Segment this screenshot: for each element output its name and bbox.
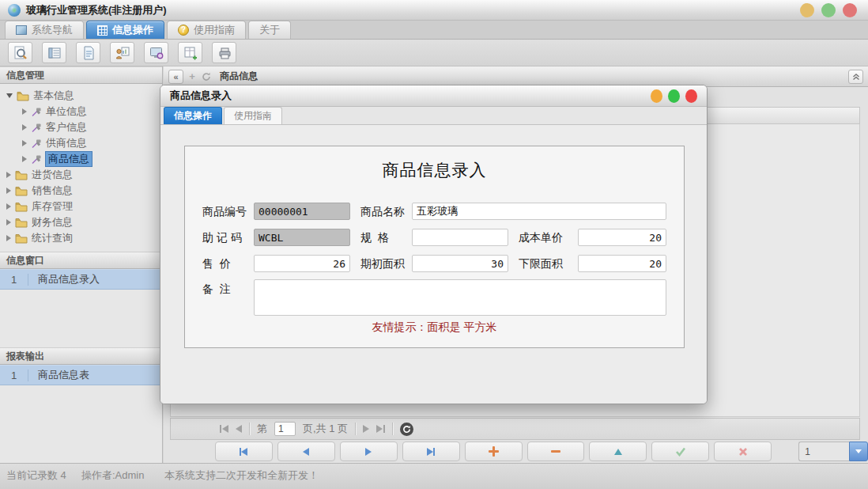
collapse-panel-button[interactable] <box>848 70 863 84</box>
folder-icon <box>15 218 28 228</box>
tree-label: 库存管理 <box>32 199 73 214</box>
page-number-input[interactable] <box>274 422 296 436</box>
monitor-search-icon <box>149 45 164 61</box>
printer-button[interactable] <box>212 42 236 63</box>
tree-label: 财务信息 <box>32 215 73 229</box>
minimize-button[interactable] <box>800 3 814 17</box>
initial-area-input[interactable] <box>412 255 508 272</box>
collapsed-arrow-icon[interactable] <box>6 188 11 194</box>
refresh-button[interactable] <box>400 423 413 436</box>
product-code-input[interactable] <box>254 203 350 220</box>
info-window-row[interactable]: 1 商品信息录入 <box>0 269 162 290</box>
tree-label: 供商信息 <box>46 136 87 150</box>
friendly-hint: 友情提示：面积是 平方米 <box>185 320 684 335</box>
row-index: 1 <box>0 370 28 381</box>
collapsed-arrow-icon[interactable] <box>6 172 11 178</box>
tree-label: 客户信息 <box>46 120 87 135</box>
dialog-maximize-button[interactable] <box>668 89 680 103</box>
dialog-minimize-button[interactable] <box>651 89 662 103</box>
collapsed-arrow-icon[interactable] <box>22 124 27 131</box>
monitor-search-button[interactable] <box>144 42 168 63</box>
collapsed-arrow-icon[interactable] <box>6 203 11 210</box>
document-button[interactable] <box>76 42 100 63</box>
collapsed-arrow-icon[interactable] <box>22 108 27 115</box>
search-button[interactable] <box>8 42 32 63</box>
table-add-icon <box>183 45 198 61</box>
min-area-input[interactable] <box>578 255 666 272</box>
tree-label: 进货信息 <box>32 168 73 182</box>
collapsed-arrow-icon[interactable] <box>22 140 27 146</box>
user-report-button[interactable] <box>110 42 134 63</box>
refresh-icon[interactable] <box>201 72 212 82</box>
table-add-button[interactable] <box>178 42 202 63</box>
record-delete-button[interactable] <box>527 442 585 461</box>
tree-item-purchase-info[interactable]: 进货信息 <box>0 167 162 183</box>
record-next-button[interactable] <box>340 442 398 461</box>
combobox-value: 1 <box>798 442 849 461</box>
sidebar-section-info-windows[interactable]: 信息窗口 <box>0 252 162 269</box>
remark-textarea[interactable] <box>254 279 666 316</box>
add-tab-icon[interactable]: + <box>187 70 198 82</box>
mnemonic-input[interactable] <box>254 229 350 246</box>
user-report-icon <box>115 45 130 61</box>
last-page-button[interactable] <box>376 425 385 433</box>
section-title: 报表输出 <box>6 350 44 363</box>
record-edit-button[interactable] <box>589 442 647 461</box>
tree-item-sales-info[interactable]: 销售信息 <box>0 183 162 199</box>
window-titlebar: 玻璃行业管理系统(非注册用户) <box>0 0 868 21</box>
product-name-input[interactable] <box>412 203 666 220</box>
next-page-button[interactable] <box>363 425 369 433</box>
tree-item-statistics[interactable]: 统计查询 <box>0 230 162 246</box>
folder-icon <box>15 233 28 244</box>
tab-label: 信息操作 <box>112 23 153 37</box>
report-row[interactable]: 1 商品信息表 <box>0 365 162 385</box>
system-nav-icon <box>16 25 27 35</box>
collapse-sidebar-button[interactable]: « <box>168 70 183 84</box>
tree-item-unit-info[interactable]: 单位信息 <box>0 104 162 119</box>
tab-about[interactable]: 关于 <box>248 21 291 39</box>
tree-item-product-info[interactable]: 商品信息 <box>0 151 162 167</box>
dialog-tab-user-guide[interactable]: 使用指南 <box>224 107 282 124</box>
tab-system-nav[interactable]: 系统导航 <box>5 21 84 39</box>
list-view-button[interactable] <box>42 42 66 63</box>
record-prev-button[interactable] <box>277 442 335 461</box>
tree-label: 销售信息 <box>32 184 73 198</box>
record-add-button[interactable] <box>465 442 523 461</box>
mnemonic-label: 助 记 码 <box>202 231 242 245</box>
sale-price-input[interactable] <box>254 255 350 272</box>
cost-price-input[interactable] <box>578 229 666 246</box>
sidebar-section-report-output[interactable]: 报表输出 <box>0 347 162 365</box>
tab-info-operation[interactable]: 信息操作 <box>86 21 164 39</box>
record-count-combobox[interactable]: 1 <box>798 442 868 461</box>
record-cancel-button[interactable] <box>714 442 772 461</box>
dialog-titlebar[interactable]: 商品信息录入 <box>160 85 707 107</box>
sidebar-section-info-management[interactable]: 信息管理 <box>0 66 162 84</box>
dialog-tabbar: 信息操作 使用指南 <box>160 107 707 125</box>
record-save-button[interactable] <box>651 442 709 461</box>
tree-item-customer-info[interactable]: 客户信息 <box>0 119 162 135</box>
dialog-tab-info-operation[interactable]: 信息操作 <box>164 107 222 124</box>
section-title: 信息管理 <box>6 69 44 82</box>
maximize-button[interactable] <box>821 3 836 17</box>
collapsed-arrow-icon[interactable] <box>6 235 11 241</box>
prev-page-button[interactable] <box>236 425 242 433</box>
tree-item-inventory[interactable]: 库存管理 <box>0 199 162 214</box>
tools-icon <box>31 154 42 165</box>
tab-user-guide[interactable]: ? 使用指南 <box>167 21 246 39</box>
chevron-down-icon <box>855 449 862 453</box>
tree-item-finance[interactable]: 财务信息 <box>0 214 162 230</box>
dialog-window-controls <box>651 89 697 103</box>
nav-tree: 基本信息 单位信息 客户信息 <box>0 84 162 252</box>
expanded-arrow-icon[interactable] <box>6 93 13 98</box>
combobox-dropdown-button[interactable] <box>849 442 868 461</box>
collapsed-arrow-icon[interactable] <box>22 156 27 162</box>
spec-input[interactable] <box>412 229 508 246</box>
dialog-close-button[interactable] <box>685 89 697 103</box>
collapsed-arrow-icon[interactable] <box>6 219 11 226</box>
tree-item-supplier-info[interactable]: 供商信息 <box>0 135 162 151</box>
record-last-button[interactable] <box>402 442 460 461</box>
record-first-button[interactable] <box>215 442 273 461</box>
first-page-button[interactable] <box>220 425 228 433</box>
close-button[interactable] <box>843 3 857 17</box>
tree-item-basic-info[interactable]: 基本信息 <box>0 88 162 104</box>
